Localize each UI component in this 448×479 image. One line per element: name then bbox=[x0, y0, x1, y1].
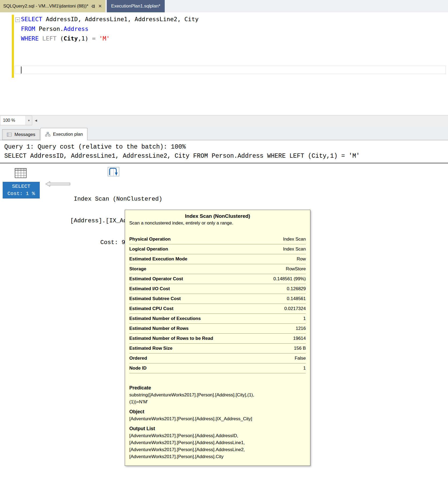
fold-toggle-icon[interactable]: − bbox=[15, 17, 20, 22]
tooltip-section-line: [AdventureWorks2017].[Person].[Address].… bbox=[129, 415, 306, 422]
sql-token: Address bbox=[64, 25, 89, 32]
sql-token: SELECT bbox=[21, 16, 42, 23]
tooltip-property-row: Estimated Execution ModeRow bbox=[129, 254, 306, 264]
tab-sqlquery2-label: SQLQuery2.sql - VM...VM1\jdantoni (88))* bbox=[3, 3, 88, 9]
tab-executionplan1[interactable]: ExecutionPlan1.sqlplan* bbox=[107, 0, 164, 12]
index-scan-line1: Index Scan (NonClustered) bbox=[40, 196, 196, 203]
tooltip-property-row: OrderedFalse bbox=[129, 353, 306, 363]
execution-plan-icon bbox=[45, 132, 50, 137]
sql-token: City bbox=[64, 35, 78, 42]
property-label: Estimated Operator Cost bbox=[129, 276, 183, 282]
property-value: RowStore bbox=[286, 266, 306, 272]
tooltip-description: Scan a nonclustered index, entirely or o… bbox=[129, 220, 306, 226]
property-label: Estimated Row Size bbox=[129, 346, 172, 351]
property-value: 1 bbox=[303, 366, 306, 371]
select-node-cost: Cost: 1 % bbox=[3, 190, 39, 197]
tooltip-section: Predicatesubstring([AdventureWorks2017].… bbox=[129, 385, 306, 406]
tooltip-property-row: Node ID1 bbox=[129, 363, 306, 373]
property-value: 19614 bbox=[293, 336, 306, 341]
tab-executionplan1-label: ExecutionPlan1.sqlplan* bbox=[111, 3, 160, 9]
query-statement: SELECT AddressID, AddressLine1, AddressL… bbox=[4, 153, 360, 160]
current-line-highlight bbox=[15, 66, 446, 74]
tooltip-property-row: Physical OperationIndex Scan bbox=[129, 234, 306, 244]
sql-token: AddressID, AddressLine1, AddressLine2, C… bbox=[42, 16, 199, 23]
tooltip-section-line: (1))=N'M' bbox=[129, 399, 306, 406]
tooltip-section: Object[AdventureWorks2017].[Person].[Add… bbox=[129, 409, 306, 422]
statement-separator bbox=[0, 163, 448, 163]
tooltip-property-row: Estimated I/O Cost0.126829 bbox=[129, 284, 306, 294]
editor-hscrollbar[interactable]: ◄ bbox=[32, 116, 448, 125]
zoom-value: 100 % bbox=[3, 118, 15, 123]
tooltip-section-label: Predicate bbox=[129, 385, 306, 391]
tooltip-property-row: Logical OperationIndex Scan bbox=[129, 244, 306, 254]
document-tab-bar: SQLQuery2.sql - VM...VM1\jdantoni (88))*… bbox=[0, 0, 448, 12]
pin-icon[interactable] bbox=[91, 4, 95, 8]
select-node-label: SELECT bbox=[3, 183, 39, 190]
tooltip-title: Index Scan (NonClustered) bbox=[129, 213, 306, 219]
tooltip-section-line: [AdventureWorks2017].[Person].[Address].… bbox=[129, 446, 306, 453]
editor-status-row: 100 % ▾ ◄ bbox=[0, 115, 448, 125]
operator-tooltip: Index Scan (NonClustered) Scan a nonclus… bbox=[125, 210, 310, 466]
property-label: Physical Operation bbox=[129, 237, 171, 242]
property-label: Estimated Execution Mode bbox=[129, 256, 187, 262]
code-lines: −SELECT AddressID, AddressLine1, Address… bbox=[0, 14, 448, 43]
property-value: 1216 bbox=[296, 326, 306, 331]
results-tab-bar: Messages Execution plan bbox=[0, 125, 448, 140]
scroll-left-icon[interactable]: ◄ bbox=[32, 118, 40, 123]
property-label: Node ID bbox=[129, 366, 146, 371]
property-value: False bbox=[295, 356, 306, 361]
tooltip-property-row: Estimated Row Size156 B bbox=[129, 344, 306, 353]
tooltip-property-row: Estimated Number of Executions1 bbox=[129, 314, 306, 324]
zoom-select[interactable]: 100 % ▾ bbox=[0, 116, 32, 125]
property-value: Index Scan bbox=[283, 246, 306, 252]
property-label: Ordered bbox=[129, 356, 147, 361]
property-value: Row bbox=[297, 256, 306, 262]
sql-editor[interactable]: −SELECT AddressID, AddressLine1, Address… bbox=[0, 12, 448, 115]
property-label: Estimated Number of Executions bbox=[129, 316, 201, 321]
index-scan-icon[interactable] bbox=[107, 165, 120, 178]
tooltip-section-label: Output List bbox=[129, 426, 306, 432]
tooltip-section-line: [AdventureWorks2017].[Person].[Address].… bbox=[129, 453, 306, 460]
tab-execution-plan[interactable]: Execution plan bbox=[41, 128, 87, 140]
tab-sqlquery2[interactable]: SQLQuery2.sql - VM...VM1\jdantoni (88))*… bbox=[0, 0, 105, 12]
close-icon[interactable]: × bbox=[98, 3, 102, 9]
tooltip-section-line: [AdventureWorks2017].[Person].[Address].… bbox=[129, 439, 306, 446]
sql-token: LEFT bbox=[42, 35, 56, 42]
ssms-window: SQLQuery2.sql - VM...VM1\jdantoni (88))*… bbox=[0, 0, 448, 479]
select-operator-node[interactable]: SELECT Cost: 1 % bbox=[3, 182, 40, 198]
property-label: Estimated Number of Rows bbox=[129, 326, 189, 331]
property-value: Index Scan bbox=[283, 237, 306, 242]
tooltip-property-row: Estimated Number of Rows1216 bbox=[129, 324, 306, 334]
execution-plan-pane: Query 1: Query cost (relative to the bat… bbox=[0, 140, 448, 479]
tooltip-property-row: Estimated Number of Rows to be Read19614 bbox=[129, 334, 306, 344]
property-value: 1 bbox=[303, 316, 306, 321]
tab-execution-plan-label: Execution plan bbox=[53, 132, 83, 137]
property-value: 156 B bbox=[294, 346, 306, 351]
property-label: Estimated Subtree Cost bbox=[129, 296, 181, 301]
sql-token: = bbox=[92, 35, 96, 42]
property-value: 0.126829 bbox=[287, 286, 306, 292]
property-label: Estimated I/O Cost bbox=[129, 286, 170, 292]
sql-token: ,1) bbox=[78, 35, 92, 42]
sql-token: FROM bbox=[21, 25, 35, 32]
property-value: 0.148561 bbox=[287, 296, 306, 301]
tooltip-properties: Physical OperationIndex ScanLogical Oper… bbox=[129, 234, 306, 373]
tooltip-property-row: StorageRowStore bbox=[129, 264, 306, 274]
sql-token: WHERE bbox=[21, 35, 39, 42]
chevron-down-icon[interactable]: ▾ bbox=[25, 116, 32, 125]
property-label: Estimated CPU Cost bbox=[129, 306, 173, 311]
sql-token: ( bbox=[56, 35, 64, 42]
property-label: Logical Operation bbox=[129, 246, 168, 252]
code-line: −SELECT AddressID, AddressLine1, Address… bbox=[0, 14, 448, 24]
property-value: 0.148561 (99%) bbox=[273, 276, 306, 282]
query-cost-header: Query 1: Query cost (relative to the bat… bbox=[4, 143, 186, 150]
tooltip-section-label: Object bbox=[129, 409, 306, 415]
tab-messages[interactable]: Messages bbox=[2, 129, 40, 140]
tooltip-section-line: substring([AdventureWorks2017].[Person].… bbox=[129, 392, 306, 399]
result-grid-icon bbox=[15, 168, 27, 180]
property-label: Estimated Number of Rows to be Read bbox=[129, 336, 213, 341]
tooltip-sections: Predicatesubstring([AdventureWorks2017].… bbox=[129, 385, 306, 460]
code-line: FROM Person.Address bbox=[0, 24, 448, 34]
property-value: 0.0217324 bbox=[284, 306, 306, 311]
sql-token bbox=[96, 35, 99, 42]
